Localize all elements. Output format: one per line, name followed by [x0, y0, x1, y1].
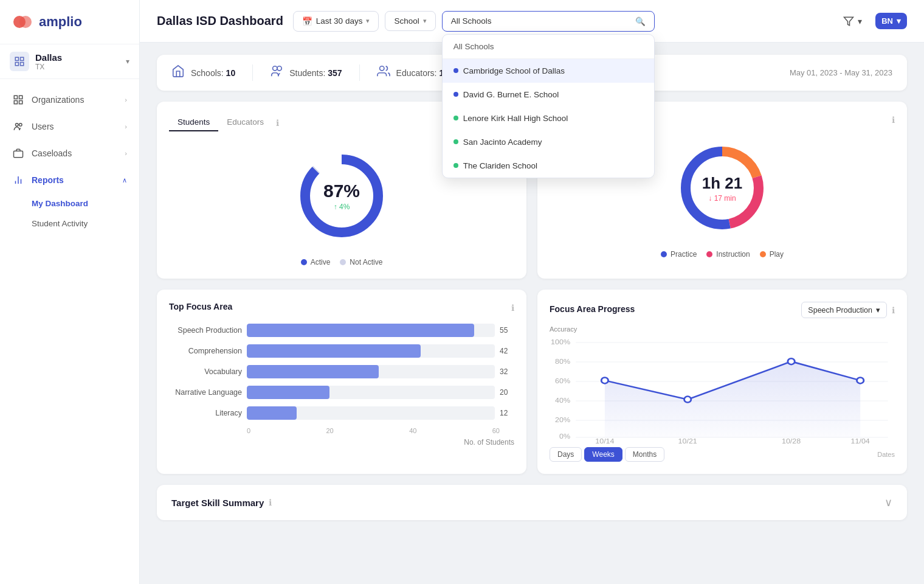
- schools-dropdown-container: All Schools 🔍 All Schools Cambridge Scho…: [442, 11, 655, 32]
- svg-rect-3: [21, 57, 24, 60]
- tab-educators[interactable]: Educators: [218, 114, 272, 131]
- usage-info-icon[interactable]: ℹ: [892, 115, 895, 125]
- svg-text:60%: 60%: [555, 377, 571, 384]
- svg-rect-2: [15, 57, 18, 60]
- topbar-controls: 📅 Last 30 days ▾ School ▾ All Schools 🔍: [293, 11, 827, 32]
- user-avatar[interactable]: BN ▾: [875, 13, 907, 29]
- progress-card-header: Focus Area Progress Speech Production ▾ …: [550, 302, 895, 318]
- progress-months-btn[interactable]: Months: [625, 447, 664, 462]
- district-chevron-icon: ▾: [126, 57, 129, 66]
- progress-info-icon[interactable]: ℹ: [892, 305, 895, 315]
- instruction-label: Instruction: [716, 250, 750, 259]
- grid-icon: [12, 94, 24, 106]
- students-stat-count: 357: [328, 68, 342, 78]
- schools-stat: Schools: 10: [171, 64, 253, 81]
- main-content: Dallas ISD Dashboard 📅 Last 30 days ▾ Sc…: [140, 0, 924, 584]
- hbar-narrative: Narrative Language 20: [169, 386, 514, 399]
- district-state: TX: [35, 63, 120, 71]
- play-dot: [760, 251, 766, 257]
- active-dot: [301, 259, 307, 265]
- x-label-20: 20: [326, 427, 334, 434]
- instruction-dot: [706, 251, 712, 257]
- logo: amplio: [0, 0, 139, 44]
- svg-rect-6: [14, 96, 17, 99]
- sidebar-item-caseloads[interactable]: Caseloads ›: [0, 140, 139, 167]
- users-icon: [12, 120, 24, 133]
- hbar-fill-lit: [247, 406, 297, 420]
- svg-text:20%: 20%: [555, 416, 571, 423]
- hbar-label-vocab: Vocabulary: [169, 367, 242, 376]
- usage-change: ↓ 17 min: [702, 194, 743, 203]
- tab-students[interactable]: Students: [169, 114, 218, 131]
- sidebar-item-organizations[interactable]: Organizations ›: [0, 86, 139, 113]
- svg-point-41: [857, 377, 864, 383]
- hbar-value-speech: 55: [500, 326, 514, 335]
- calendar-icon: 📅: [302, 16, 312, 26]
- usage-legend: Practice Instruction Play: [661, 250, 784, 259]
- educators-icon: [377, 64, 390, 81]
- school-option-5[interactable]: The Clariden School: [443, 154, 654, 178]
- school-name-5: The Clariden School: [463, 161, 537, 170]
- hbar-x-axis: 0 20 40 60: [169, 427, 514, 434]
- target-skill-collapse-icon[interactable]: ∨: [884, 496, 892, 509]
- school-option-2[interactable]: David G. Burnet E. School: [443, 83, 654, 106]
- svg-text:80%: 80%: [555, 358, 571, 365]
- usage-donut-center: 1h 21 ↓ 17 min: [702, 174, 743, 203]
- sidebar-item-users[interactable]: Users ›: [0, 113, 139, 140]
- global-filter-btn[interactable]: ▾: [837, 11, 868, 32]
- active-label: Active: [311, 258, 331, 266]
- school-option-3[interactable]: Lenore Kirk Hall High School: [443, 106, 654, 130]
- progress-days-btn[interactable]: Days: [550, 447, 582, 462]
- search-icon: 🔍: [635, 16, 646, 26]
- all-schools-dropdown-btn[interactable]: All Schools 🔍: [442, 11, 655, 32]
- svg-point-10: [16, 123, 19, 127]
- hbar-comprehension: Comprehension 42: [169, 344, 514, 358]
- hbar-track-comp: [247, 344, 495, 358]
- educators-stat-text: Educators: 18: [396, 68, 449, 78]
- play-label: Play: [770, 250, 784, 259]
- date-range-chevron-icon: ▾: [366, 17, 370, 25]
- focus-progress-card: Focus Area Progress Speech Production ▾ …: [537, 290, 907, 474]
- hbar-track-lit: [247, 406, 495, 420]
- users-label: Users: [32, 122, 117, 131]
- line-chart-svg: 100% 80% 60% 40% 20% 0%: [550, 335, 895, 445]
- svg-point-17: [273, 66, 277, 71]
- schools-dropdown-menu: All Schools Cambridge School of Dallas D…: [442, 34, 655, 178]
- usage-donut-chart: 1h 21 ↓ 17 min: [674, 139, 771, 237]
- filter-icon: [843, 16, 854, 27]
- progress-dropdown-label: Speech Production: [808, 306, 872, 315]
- district-info: Dallas TX: [35, 52, 120, 71]
- school-option-1[interactable]: Cambridge School of Dallas: [443, 59, 654, 83]
- date-range-display: May 01, 2023 - May 31, 2023: [790, 68, 892, 77]
- svg-rect-8: [14, 101, 17, 104]
- students-info-icon[interactable]: ℹ: [276, 118, 279, 128]
- school-option-4[interactable]: San Jacinto Academy: [443, 130, 654, 154]
- users-chevron-icon: ›: [125, 123, 127, 130]
- svg-text:11/04: 11/04: [851, 437, 871, 445]
- hbar-label-speech: Speech Production: [169, 326, 242, 335]
- all-schools-option[interactable]: All Schools: [443, 35, 654, 59]
- svg-rect-7: [19, 96, 22, 99]
- progress-weeks-btn[interactable]: Weeks: [584, 447, 622, 462]
- sidebar-item-reports[interactable]: Reports ∧: [0, 167, 139, 193]
- practice-dot: [661, 251, 667, 257]
- sidebar-item-my-dashboard[interactable]: My Dashboard: [0, 193, 139, 214]
- target-skill-title: Target Skill Summary: [171, 498, 264, 508]
- donut-change: ↑ 4%: [323, 203, 360, 211]
- school-filter-chevron-icon: ▾: [423, 17, 427, 25]
- schools-stat-text: Schools: 10: [191, 68, 235, 78]
- target-skill-info-icon[interactable]: ℹ: [269, 498, 272, 507]
- svg-point-38: [601, 377, 608, 383]
- school-filter-dropdown[interactable]: School ▾: [385, 11, 435, 31]
- svg-marker-16: [844, 17, 853, 26]
- line-chart: 100% 80% 60% 40% 20% 0%: [550, 335, 895, 445]
- date-range-label: Last 30 days: [316, 16, 363, 26]
- hbar-value-vocab: 32: [500, 367, 514, 376]
- sidebar-item-student-activity[interactable]: Student Activity: [0, 214, 139, 234]
- date-range-dropdown[interactable]: 📅 Last 30 days ▾: [293, 11, 379, 32]
- school-dot-2: [453, 92, 458, 97]
- focus-area-info-icon[interactable]: ℹ: [511, 303, 514, 313]
- focus-progress-dropdown[interactable]: Speech Production ▾: [801, 302, 887, 318]
- svg-marker-37: [605, 361, 860, 437]
- district-selector[interactable]: Dallas TX ▾: [0, 44, 139, 79]
